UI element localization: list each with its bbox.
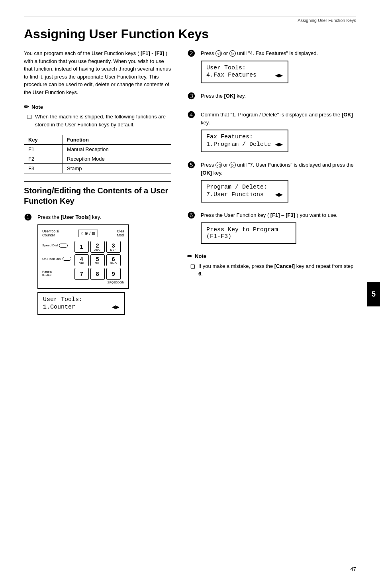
right-column: ❷ Press ◁ or ▷ until "4. Fax Features" i… <box>187 49 356 323</box>
lcd-s2-line2: 4.Fax Features ◀▶ <box>206 71 283 79</box>
speed-dial-btn <box>59 244 68 248</box>
step-4-number: ❹ <box>187 111 197 120</box>
note-checkbox-icon: ❑ <box>27 113 32 128</box>
table-cell-func-f1: Manual Reception <box>63 145 171 154</box>
table-row: F1 Manual Reception <box>24 145 171 154</box>
step-4-content: Confirm that "1. Program / Delete" is di… <box>201 111 356 153</box>
speed-dial-label: Speed Dial <box>42 244 71 248</box>
table-header-function: Function <box>63 135 171 145</box>
keypad-image-label: ZFQS06GN <box>42 281 124 284</box>
step-2-lcd: User Tools: 4.Fax Features ◀▶ <box>201 61 288 83</box>
lcd-s4-arrow: ◀▶ <box>275 140 283 148</box>
lcd-line-2: 1.Counter ◀▶ <box>43 303 119 311</box>
step-4-block: ❹ Confirm that "1. Program / Delete" is … <box>187 111 356 153</box>
lcd-s4-text1: Fax Features: <box>206 134 253 140</box>
step-6-lcd: Press Key to Program (F1-F3) <box>201 222 296 244</box>
lcd-s2-line1: User Tools: <box>206 65 283 71</box>
section-title: Storing/Editing the Contents of a User F… <box>24 185 171 206</box>
pause-label: Pause/Redial <box>42 270 71 277</box>
right-arrow-btn-s5: ▷ <box>229 162 236 168</box>
section-divider <box>24 181 171 182</box>
key-5: 5JKL <box>90 254 105 266</box>
key-7: 7 <box>74 268 89 280</box>
lcd-s6-line2: (F1-F3) <box>206 233 291 240</box>
note-section: ✏ Note ❑ When the machine is shipped, th… <box>24 103 171 128</box>
step-4-text: Confirm that "1. Program / Delete" is di… <box>201 111 356 126</box>
left-arrow-btn-s5: ◁ <box>215 162 222 168</box>
note-title: ✏ Note <box>24 103 171 110</box>
step-1-block: ❶ Press the [User Tools] key. UserTools/… <box>24 213 171 316</box>
lcd-s6-text2: (F1-F3) <box>206 233 231 240</box>
table-row: F3 Stamp <box>24 164 171 173</box>
step-3-number: ❸ <box>187 92 197 101</box>
step-5-lcd: Program / Delete: 7.User Functions ◀▶ <box>201 180 288 203</box>
left-column: You can program each of the User Functio… <box>24 49 171 323</box>
step-4-lcd: Fax Features: 1.Program / Delete ◀▶ <box>201 130 288 152</box>
num-grid: 1 2ABC 3DEF 4GHI 5JKL 6MNO 7 8 9 <box>74 241 121 280</box>
step-5-block: ❺ Press ◁ or ▷ until "7. User Functions"… <box>187 161 356 203</box>
step-2-number: ❷ <box>187 49 197 58</box>
note-title-right: ✏ Note <box>187 253 356 260</box>
note-section-right: ✏ Note ❑ If you make a mistake, press th… <box>187 253 356 278</box>
step-6-block: ❻ Press the User Function key ( [F1] – [… <box>187 211 356 245</box>
keypad-label-counter: UserTools/Counter <box>42 229 59 238</box>
page-title: Assigning User Function Keys <box>24 27 356 41</box>
step-1-text: Press the [User Tools] key. <box>37 213 171 221</box>
step-5-text: Press ◁ or ▷ until "7. User Functions" i… <box>201 161 356 177</box>
page-header: Assigning User Function Keys <box>24 18 356 23</box>
table-cell-func-f2: Reception Mode <box>63 154 171 164</box>
lcd-line-1: User Tools: <box>43 296 119 303</box>
page: Assigning User Function Keys Assigning U… <box>0 0 380 588</box>
keypad-top-row: UserTools/Counter ○ ⊕ / ▦ CleaMod <box>42 229 124 238</box>
lcd-s5-line1: Program / Delete: <box>206 184 283 191</box>
key-9: 9 <box>106 268 121 280</box>
key-3: 3DEF <box>106 241 121 253</box>
lcd-s4-line1: Fax Features: <box>206 134 283 140</box>
chapter-tab: 5 <box>367 282 380 306</box>
table-cell-key-f1: F1 <box>24 145 63 154</box>
on-hook-btn <box>63 257 71 261</box>
lcd-s2-arrow: ◀▶ <box>275 71 283 79</box>
step-3-text: Press the [OK] key. <box>201 92 356 100</box>
step-6-text: Press the User Function key ( [F1] – [F3… <box>201 211 356 219</box>
keypad-left-labels: Speed Dial On Hook Dial Pause/Redial <box>42 241 71 280</box>
step-3-block: ❸ Press the [OK] key. <box>187 92 356 103</box>
lcd-s5-text1: Program / Delete: <box>206 184 267 191</box>
step-1-number: ❶ <box>24 213 33 222</box>
default-table: Key Function F1 Manual Reception F2 Rece… <box>24 135 171 173</box>
page-number: 47 <box>351 566 356 572</box>
top-rule <box>24 16 356 16</box>
lcd-s4-line2: 1.Program / Delete ◀▶ <box>206 140 283 148</box>
step-5-content: Press ◁ or ▷ until "7. User Functions" i… <box>201 161 356 203</box>
step-1-lcd: User Tools: 1.Counter ◀▶ <box>37 292 125 315</box>
circle-icon: ○ <box>81 231 84 236</box>
step-5-number: ❺ <box>187 161 197 170</box>
keypad-body: Speed Dial On Hook Dial Pause/Redial <box>42 241 124 280</box>
key-2: 2ABC <box>90 241 105 253</box>
note-icon: ✏ <box>24 103 29 110</box>
right-arrow-btn: ▷ <box>229 50 236 57</box>
note-icon-right: ✏ <box>187 253 192 260</box>
lcd-s5-text2: 7.User Functions <box>206 191 264 198</box>
table-header-key: Key <box>24 135 63 145</box>
step-1-content: Press the [User Tools] key. UserTools/Co… <box>37 213 171 316</box>
keypad-icons: ○ ⊕ / ▦ <box>78 230 98 237</box>
gear-icon: ⊕ <box>84 231 88 236</box>
two-col-layout: You can program each of the User Functio… <box>24 49 356 323</box>
note-item-right: ❑ If you make a mistake, press the [Canc… <box>190 262 356 278</box>
on-hook-label: On Hook Dial <box>42 257 71 261</box>
left-arrow-btn: ◁ <box>215 50 222 57</box>
doc-icon: ▦ <box>92 231 95 235</box>
table-cell-func-f3: Stamp <box>63 164 171 173</box>
intro-text: You can program each of the User Functio… <box>24 49 171 96</box>
slash: / <box>89 231 90 236</box>
lcd-text-line1: User Tools: <box>43 296 82 303</box>
key-6: 6MNO <box>106 254 121 266</box>
step-2-block: ❷ Press ◁ or ▷ until "4. Fax Features" i… <box>187 49 356 84</box>
step-6-number: ❻ <box>187 211 197 220</box>
step-3-content: Press the [OK] key. <box>201 92 356 103</box>
lcd-s2-text1: User Tools: <box>206 65 246 71</box>
key-8: 8 <box>90 268 105 280</box>
lcd-text-line2: 1.Counter <box>43 304 75 311</box>
lcd-s6-text1: Press Key to Program <box>206 226 278 233</box>
